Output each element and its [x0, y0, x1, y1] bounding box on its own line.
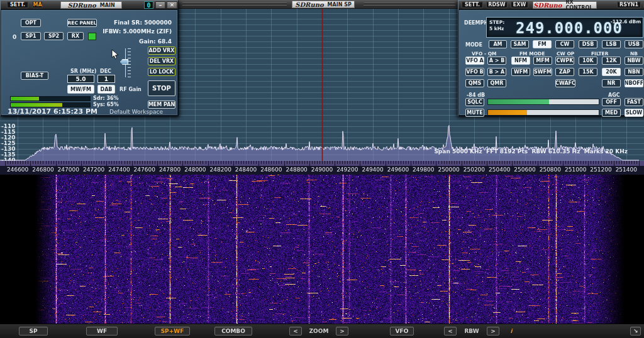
nboff-button[interactable]: NBOFF — [625, 79, 643, 87]
zoom-out-button[interactable]: < — [289, 327, 302, 335]
zap-button[interactable]: ZAP — [555, 68, 574, 76]
agc-med-button[interactable]: MED — [602, 109, 621, 117]
rdsw-button[interactable]: RDSW — [486, 1, 508, 8]
frequency-tick-strip[interactable] — [0, 161, 644, 166]
del-vrx-button[interactable]: DEL VRX — [148, 57, 175, 65]
rx-control-title-plate[interactable]: SDRuno RX CONTROL — [533, 1, 597, 9]
sp1-button[interactable]: SP1 — [21, 32, 41, 40]
resize-corner-button[interactable]: ↘ — [630, 327, 641, 335]
exw-button[interactable]: EXW — [511, 1, 528, 8]
rsyn1-button[interactable]: RSYN1 — [617, 1, 641, 8]
swfm-button[interactable]: SWFM — [533, 68, 552, 76]
rx-status-led — [88, 33, 96, 40]
spectrum-status-line: Span 5000 KHz FFT 8192 Pts RBW 610.35 Hz… — [434, 148, 628, 155]
sr-label: SR (MHz) — [70, 68, 96, 74]
rbw-decrease-button[interactable]: < — [444, 327, 457, 335]
mode-cw-button[interactable]: CW — [555, 40, 574, 48]
sdr-usage-fill — [11, 97, 39, 101]
vfo-button[interactable]: VFO — [390, 327, 414, 335]
cwpk-button[interactable]: CWPK — [555, 57, 574, 65]
qmr-button[interactable]: QMR — [487, 79, 506, 87]
agc-off-button[interactable]: OFF — [602, 98, 621, 106]
add-vrx-button[interactable]: ADD VRX — [148, 46, 175, 55]
mode-lsb-button[interactable]: LSB — [602, 40, 621, 48]
frequency-digits[interactable]: 249.000.000 — [516, 19, 623, 37]
rf-gain-slider-handle[interactable] — [120, 59, 128, 65]
vrx-index-label: 0 — [13, 34, 16, 40]
waterfall-display[interactable] — [0, 175, 644, 324]
nbn-button[interactable]: NBN — [625, 68, 643, 76]
opt-button[interactable]: OPT — [21, 19, 41, 27]
ma-button[interactable]: MA — [32, 1, 43, 8]
agc-fast-button[interactable]: FAST — [625, 98, 643, 106]
nbw-button[interactable]: NBW — [625, 57, 643, 65]
rx-button[interactable]: RX — [67, 32, 84, 40]
cwafc-button[interactable]: CWAFC — [555, 79, 575, 87]
mode-sam-button[interactable]: SAM — [511, 40, 529, 48]
dec-field[interactable]: 1 — [97, 75, 115, 83]
filter-15k-button[interactable]: 15K — [579, 68, 597, 76]
window-title: MAIN — [100, 3, 115, 8]
agc-slow-button[interactable]: SLOW — [625, 109, 643, 117]
qms-button[interactable]: QMS — [465, 79, 484, 87]
frequency-display[interactable]: STEP: 5 kHz 249.000.000 -112.6 dBm — [486, 17, 643, 38]
nfm-button[interactable]: NFM — [511, 57, 530, 65]
mem-pan-button[interactable]: MEM PAN — [148, 101, 175, 109]
gain-readout: Gain: 68.4 — [139, 38, 172, 45]
main-panel-window: SETT. MA SDRuno MAIN 0 – ✕ OPT REC PANEL… — [0, 0, 179, 116]
squelch-level-label: -84 dB — [467, 92, 485, 98]
main-panel-title-plate[interactable]: SDRuno MAIN — [60, 1, 122, 9]
mode-label: MODE — [465, 42, 482, 48]
sqlc-button[interactable]: SQLC — [465, 98, 484, 106]
b-to-a-button[interactable]: B > A — [487, 68, 506, 76]
info-button[interactable]: i — [507, 327, 516, 335]
a-to-b-button[interactable]: A > B — [487, 57, 506, 65]
mouse-cursor — [111, 49, 119, 60]
zoom-in-button[interactable]: > — [336, 327, 348, 335]
sdruno-app: SDRuno MAIN SP -110-115-120-125-130-135-… — [0, 0, 644, 338]
main-panel-titlebar[interactable]: SETT. MA SDRuno MAIN 0 – ✕ — [1, 1, 178, 9]
sp2-button[interactable]: SP2 — [44, 32, 64, 40]
mode-usb-button[interactable]: USB — [625, 40, 643, 48]
view-sp-button[interactable]: SP — [19, 327, 48, 335]
mode-dsb-button[interactable]: DSB — [579, 40, 597, 48]
titlebar-grip-left — [182, 3, 287, 6]
wfm-button[interactable]: WFM — [511, 68, 530, 76]
vfo-a-button[interactable]: VFO A — [465, 57, 484, 65]
squelch-bar[interactable] — [487, 99, 599, 105]
mode-fm-button[interactable]: FM — [533, 40, 552, 48]
view-wf-button[interactable]: WF — [86, 327, 118, 335]
filter-12k-button[interactable]: 12K — [602, 57, 621, 65]
rec-panel-button[interactable]: REC PANEL — [67, 19, 97, 27]
mw-fm-button[interactable]: MW/FM — [67, 85, 94, 94]
vfo-b-button[interactable]: VFO B — [465, 68, 484, 76]
stop-button[interactable]: STOP — [148, 80, 175, 96]
rbw-increase-button[interactable]: > — [487, 327, 499, 335]
bias-t-button[interactable]: BIAS-T — [21, 72, 48, 80]
nr-button[interactable]: NR — [602, 79, 621, 87]
step-value: 5 kHz — [489, 26, 504, 31]
dab-button[interactable]: DAB — [97, 85, 115, 94]
rx-settings-button[interactable]: SETT. — [462, 1, 483, 8]
filter-10k-button[interactable]: 10K — [579, 57, 597, 65]
mute-button[interactable]: MUTE — [465, 109, 484, 117]
main-settings-button[interactable]: SETT. — [7, 1, 28, 8]
sr-field[interactable]: 5.0 — [67, 75, 94, 83]
volume-bar[interactable] — [487, 109, 599, 116]
view-combo-button[interactable]: COMBO — [214, 327, 252, 335]
lo-lock-button[interactable]: LO LOCK — [148, 68, 175, 76]
sys-usage-label: Sys: 65% — [93, 102, 119, 107]
sys-usage-meter — [10, 102, 91, 107]
view-sp-wf-button[interactable]: SP+WF — [155, 327, 190, 335]
signal-level-readout: -112.6 dBm — [611, 19, 641, 25]
rx-control-titlebar[interactable]: SETT. RDSW EXW SDRuno RX CONTROL RSYN1 — [458, 1, 644, 9]
cw-op-header: CW OP — [557, 51, 574, 57]
close-button[interactable]: ✕ — [167, 1, 177, 9]
volume-fill — [488, 110, 527, 115]
mode-am-button[interactable]: AM — [489, 40, 507, 48]
main-sp-title-plate[interactable]: SDRuno MAIN SP — [292, 1, 355, 8]
dec-label: DEC — [100, 68, 111, 74]
minimize-button[interactable]: – — [155, 1, 165, 9]
mfm-button[interactable]: MFM — [533, 57, 552, 65]
filter-20k-button[interactable]: 20K — [602, 68, 621, 76]
